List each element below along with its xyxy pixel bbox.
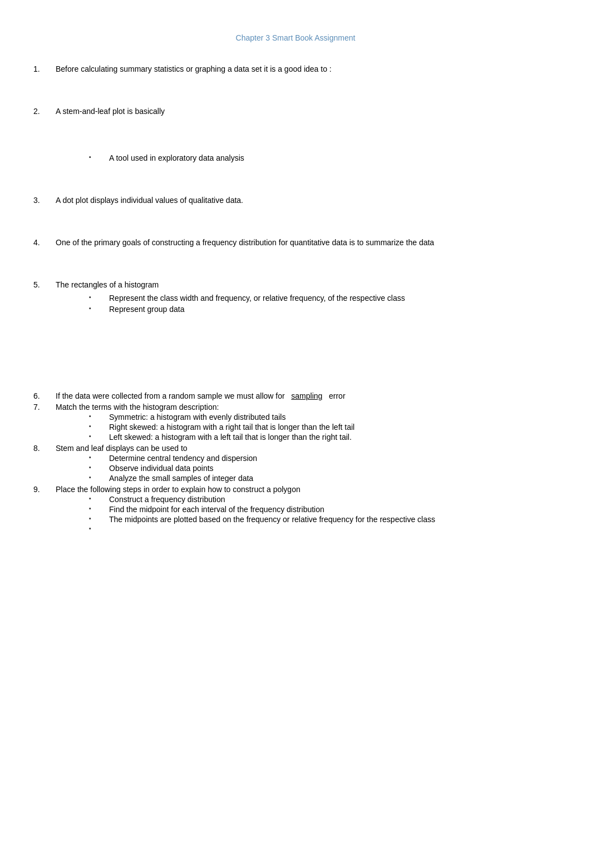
- question-4-text: One of the primary goals of constructing…: [56, 238, 558, 247]
- question-5-answer-2: ▪ Represent group data: [89, 305, 558, 314]
- question-9-answers: ▪ Construct a frequency distribution ▪ F…: [89, 495, 558, 532]
- question-4: 4. One of the primary goals of construct…: [33, 238, 558, 247]
- answer-5-2-text: Represent group data: [109, 305, 184, 314]
- bullet-icon-8-1: ▪: [89, 454, 106, 460]
- question-8: 8. Stem and leaf displays can be used to…: [33, 444, 558, 483]
- bullet-icon-8-3: ▪: [89, 474, 106, 480]
- answer-8-2-text: Observe individual data points: [109, 464, 214, 473]
- bullet-icon-9-1: ▪: [89, 495, 106, 502]
- question-2-text: A stem-and-leaf plot is basically: [56, 107, 558, 116]
- question-8-answer-3: ▪ Analyze the small samples of integer d…: [89, 474, 558, 483]
- question-9-text: Place the following steps in order to ex…: [56, 485, 558, 494]
- bullet-icon-5-1: ▪: [89, 294, 106, 300]
- question-6: 6. If the data were collected from a ran…: [33, 391, 558, 400]
- question-5-text: The rectangles of a histogram: [56, 280, 558, 289]
- bullet-icon-5-2: ▪: [89, 305, 106, 311]
- answer-text: A tool used in exploratory data analysis: [109, 153, 244, 162]
- answer-5-1-text: Represent the class width and frequency,…: [109, 294, 405, 302]
- bullet-icon-7-3: ▪: [89, 433, 106, 439]
- answer-9-3-text: The midpoints are plotted based on the f…: [109, 515, 435, 524]
- question-9-number: 9.: [33, 485, 56, 494]
- question-7-text: Match the terms with the histogram descr…: [56, 403, 558, 411]
- question-4-number: 4.: [33, 238, 56, 247]
- question-9: 9. Place the following steps in order to…: [33, 485, 558, 532]
- bullet-icon-9-3: ▪: [89, 515, 106, 522]
- question-1: 1. Before calculating summary statistics…: [33, 65, 558, 73]
- bullet-icon-7-1: ▪: [89, 413, 106, 419]
- question-6-text: If the data were collected from a random…: [56, 391, 558, 400]
- question-8-answers: ▪ Determine central tendency and dispers…: [89, 454, 558, 483]
- bullet-icon-7-2: ▪: [89, 423, 106, 429]
- question-8-answer-1: ▪ Determine central tendency and dispers…: [89, 454, 558, 463]
- question-5-number: 5.: [33, 280, 56, 289]
- answer-7-2-text: Right skewed: a histogram with a right t…: [109, 423, 354, 431]
- question-5-answer-1: ▪ Represent the class width and frequenc…: [89, 294, 558, 302]
- bullet-icon-9-4: ▪: [89, 525, 106, 532]
- question-1-text: Before calculating summary statistics or…: [56, 65, 558, 73]
- answer-8-3-text: Analyze the small samples of integer dat…: [109, 474, 253, 483]
- bullet-icon-9-2: ▪: [89, 505, 106, 512]
- question-5: 5. The rectangles of a histogram ▪ Repre…: [33, 280, 558, 314]
- question-6-number: 6.: [33, 391, 56, 400]
- question-7: 7. Match the terms with the histogram de…: [33, 403, 558, 442]
- answer-7-3-text: Left skewed: a histogram with a left tai…: [109, 433, 352, 442]
- page-title: Chapter 3 Smart Book Assignment: [33, 33, 558, 42]
- question-7-answer-3: ▪ Left skewed: a histogram with a left t…: [89, 433, 558, 442]
- answer-9-1-text: Construct a frequency distribution: [109, 495, 225, 504]
- question-3: 3. A dot plot displays individual values…: [33, 196, 558, 205]
- question-3-text: A dot plot displays individual values of…: [56, 196, 558, 205]
- question-9-answer-4: ▪: [89, 525, 558, 532]
- question-7-answer-2: ▪ Right skewed: a histogram with a right…: [89, 423, 558, 431]
- question-2: 2. A stem-and-leaf plot is basically ▪ A…: [33, 107, 558, 162]
- question-9-answer-3: ▪ The midpoints are plotted based on the…: [89, 515, 558, 524]
- answer-9-2-text: Find the midpoint for each interval of t…: [109, 505, 324, 514]
- answer-8-1-text: Determine central tendency and dispersio…: [109, 454, 257, 463]
- bullet-icon: ▪: [89, 153, 106, 160]
- question-9-answer-2: ▪ Find the midpoint for each interval of…: [89, 505, 558, 514]
- question-3-number: 3.: [33, 196, 56, 205]
- question-2-answer-1: ▪ A tool used in exploratory data analys…: [89, 153, 558, 162]
- answer-7-1-text: Symmetric: a histogram with evenly distr…: [109, 413, 285, 421]
- question-8-number: 8.: [33, 444, 56, 453]
- question-8-text: Stem and leaf displays can be used to: [56, 444, 558, 453]
- question-7-answers: ▪ Symmetric: a histogram with evenly dis…: [89, 413, 558, 442]
- question-2-number: 2.: [33, 107, 56, 116]
- question-8-answer-2: ▪ Observe individual data points: [89, 464, 558, 473]
- bullet-icon-8-2: ▪: [89, 464, 106, 470]
- question-7-answer-1: ▪ Symmetric: a histogram with evenly dis…: [89, 413, 558, 421]
- question-7-number: 7.: [33, 403, 56, 411]
- question-1-number: 1.: [33, 65, 56, 73]
- question-9-answer-1: ▪ Construct a frequency distribution: [89, 495, 558, 504]
